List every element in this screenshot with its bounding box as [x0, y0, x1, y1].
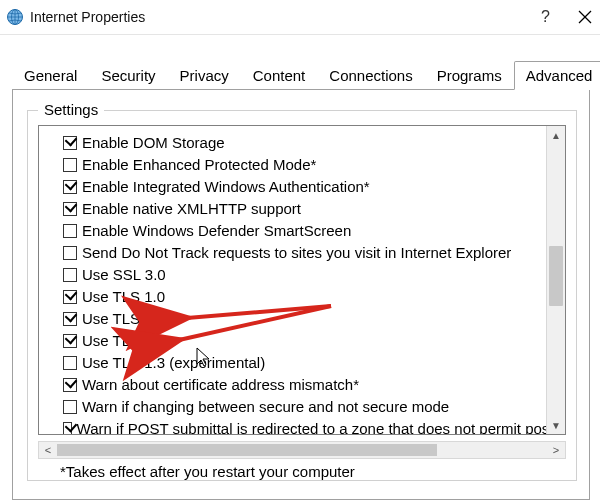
- list-item-label: Enable DOM Storage: [82, 132, 225, 154]
- settings-listbox[interactable]: Enable DOM Storage Enable Enhanced Prote…: [38, 125, 566, 435]
- list-item-label: Warn if changing between secure and not …: [82, 396, 449, 418]
- list-item[interactable]: Enable Enhanced Protected Mode*: [63, 154, 561, 176]
- list-item[interactable]: Use SSL 3.0: [63, 264, 561, 286]
- list-item-label: Warn if POST submittal is redirected to …: [77, 418, 561, 435]
- scroll-up-icon[interactable]: ▲: [547, 126, 565, 144]
- restart-note: *Takes effect after you restart your com…: [60, 463, 566, 480]
- content-pane: Settings Enable DOM Storage Enable Enhan…: [12, 90, 590, 500]
- list-item[interactable]: Warn about certificate address mismatch*: [63, 374, 561, 396]
- list-item[interactable]: Use TLS 1.0: [63, 286, 561, 308]
- checkbox[interactable]: [63, 158, 77, 172]
- checkbox[interactable]: [63, 246, 77, 260]
- tab-connections[interactable]: Connections: [317, 61, 424, 90]
- list-item[interactable]: Use TLS 1.1: [63, 308, 561, 330]
- tab-security[interactable]: Security: [89, 61, 167, 90]
- checkbox[interactable]: [63, 422, 72, 435]
- close-button[interactable]: [578, 10, 592, 24]
- checkbox[interactable]: [63, 180, 77, 194]
- list-item[interactable]: Enable Windows Defender SmartScreen: [63, 220, 561, 242]
- checkbox[interactable]: [63, 378, 77, 392]
- vertical-scrollbar[interactable]: ▲ ▼: [546, 126, 565, 434]
- list-item-label: Warn about certificate address mismatch*: [82, 374, 359, 396]
- settings-group: Settings Enable DOM Storage Enable Enhan…: [27, 110, 577, 481]
- tab-privacy[interactable]: Privacy: [168, 61, 241, 90]
- checkbox[interactable]: [63, 224, 77, 238]
- list-item[interactable]: Enable DOM Storage: [63, 132, 561, 154]
- checkbox[interactable]: [63, 312, 77, 326]
- list-item[interactable]: Send Do Not Track requests to sites you …: [63, 242, 561, 264]
- scroll-thumb[interactable]: [549, 246, 563, 306]
- scroll-down-icon[interactable]: ▼: [547, 416, 565, 434]
- checkbox[interactable]: [63, 268, 77, 282]
- list-item-label: Enable Enhanced Protected Mode*: [82, 154, 316, 176]
- checkbox[interactable]: [63, 334, 77, 348]
- list-item[interactable]: Warn if changing between secure and not …: [63, 396, 561, 418]
- checkbox[interactable]: [63, 290, 77, 304]
- list-item[interactable]: Warn if POST submittal is redirected to …: [63, 418, 561, 435]
- list-item[interactable]: Use TLS 1.3 (experimental): [63, 352, 561, 374]
- list-item-label: Enable native XMLHTTP support: [82, 198, 301, 220]
- tab-content[interactable]: Content: [241, 61, 318, 90]
- tab-general[interactable]: General: [12, 61, 89, 90]
- list-item-label: Use TLS 1.3 (experimental): [82, 352, 265, 374]
- list-item-label: Use TLS 1.1: [82, 308, 165, 330]
- list-item-label: Use TLS 1.0: [82, 286, 165, 308]
- tab-advanced[interactable]: Advanced: [514, 61, 600, 90]
- scroll-left-icon[interactable]: <: [39, 442, 57, 458]
- horizontal-scrollbar[interactable]: < >: [38, 441, 566, 459]
- window-title: Internet Properties: [30, 9, 145, 25]
- help-button[interactable]: ?: [541, 8, 550, 26]
- list-item[interactable]: Use TLS 1.2: [63, 330, 561, 352]
- internet-icon: [6, 8, 24, 26]
- settings-group-label: Settings: [38, 101, 104, 118]
- checkbox[interactable]: [63, 202, 77, 216]
- list-item-label: Send Do Not Track requests to sites you …: [82, 242, 511, 264]
- tab-programs[interactable]: Programs: [425, 61, 514, 90]
- list-item-label: Use TLS 1.2: [82, 330, 165, 352]
- checkbox[interactable]: [63, 356, 77, 370]
- list-item-label: Enable Windows Defender SmartScreen: [82, 220, 351, 242]
- checkbox[interactable]: [63, 136, 77, 150]
- list-item[interactable]: Enable native XMLHTTP support: [63, 198, 561, 220]
- list-item-label: Enable Integrated Windows Authentication…: [82, 176, 370, 198]
- list-item[interactable]: Enable Integrated Windows Authentication…: [63, 176, 561, 198]
- titlebar: Internet Properties ?: [0, 0, 600, 35]
- tabstrip: General Security Privacy Content Connect…: [12, 61, 590, 90]
- checkbox[interactable]: [63, 400, 77, 414]
- list-item-label: Use SSL 3.0: [82, 264, 166, 286]
- scroll-right-icon[interactable]: >: [547, 442, 565, 458]
- scroll-thumb[interactable]: [57, 444, 437, 456]
